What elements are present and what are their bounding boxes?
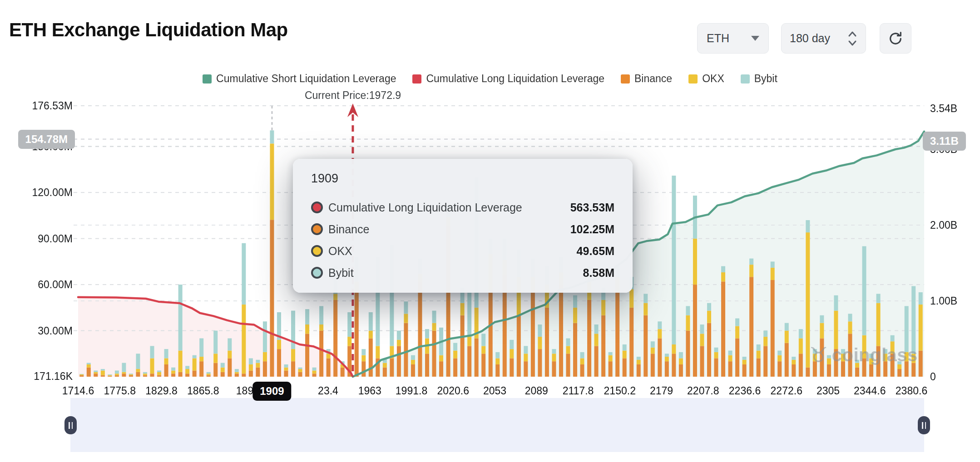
coinglass-watermark: ♉ coinglass: [809, 343, 918, 367]
tooltip-title: 1909: [311, 172, 614, 186]
left-axis-tick: 90.00M: [5, 232, 73, 245]
watermark-text: coinglass: [832, 345, 918, 365]
legend-label: Cumulative Short Liquidation Leverage: [216, 73, 396, 85]
tooltip-rows: Cumulative Long Liquidation Leverage563.…: [311, 197, 614, 284]
series-dot-icon: [311, 245, 323, 257]
x-axis-label: 1714.6: [62, 385, 94, 397]
x-axis-label: 2272.6: [771, 385, 802, 397]
right-axis-tick: 3.54B: [930, 102, 957, 114]
current-price-label: Current Price:1972.9: [305, 89, 401, 102]
left-axis-tick: 171.16K: [5, 370, 73, 383]
symbol-select-value: ETH: [707, 32, 729, 45]
chart-legend: Cumulative Short Liquidation LeverageCum…: [0, 73, 980, 85]
x-axis-label: 2305: [817, 385, 840, 397]
right-axis-tick: 2.00B: [930, 219, 957, 231]
liquidation-map-page: ETH Exchange Liquidation Map ETH 180 day…: [0, 0, 980, 462]
x-axis-label: 2089: [525, 385, 548, 397]
legend-item-3[interactable]: OKX: [688, 73, 724, 85]
legend-item-2[interactable]: Binance: [621, 73, 672, 85]
left-axis-tick: 60.00M: [5, 279, 73, 291]
legend-swatch-icon: [412, 74, 421, 84]
tooltip-series-label: Binance: [328, 223, 369, 236]
legend-label: Binance: [634, 73, 672, 85]
legend-label: OKX: [702, 73, 724, 85]
legend-swatch-icon: [741, 74, 750, 84]
stepper-up-down-icon: [847, 30, 857, 47]
x-axis-highlight-badge: 1909: [252, 382, 291, 401]
tooltip-row: Binance102.25M: [311, 218, 614, 240]
x-axis-label: 2380.6: [896, 385, 927, 397]
left-axis-badge: 154.78M: [18, 130, 75, 149]
x-axis-label: 2150.2: [604, 385, 636, 397]
datazoom-right-handle[interactable]: [918, 416, 930, 434]
tooltip-row: Bybit8.58M: [311, 262, 614, 284]
legend-swatch-icon: [688, 74, 698, 84]
legend-label: Bybit: [754, 73, 777, 85]
legend-label: Cumulative Long Liquidation Leverage: [426, 73, 604, 85]
legend-item-0[interactable]: Cumulative Short Liquidation Leverage: [203, 73, 396, 85]
x-axis-label: 23.4: [318, 385, 338, 397]
x-axis-label: 1963: [358, 385, 381, 397]
legend-item-1[interactable]: Cumulative Long Liquidation Leverage: [412, 73, 604, 85]
tooltip-series-value: 563.53M: [570, 201, 614, 214]
x-axis-label: 1829.8: [145, 385, 177, 397]
tooltip-series-label: Cumulative Long Liquidation Leverage: [328, 201, 522, 214]
x-axis-label: 2053: [483, 385, 506, 397]
page-title: ETH Exchange Liquidation Map: [9, 19, 288, 41]
left-axis-tick: 176.53M: [5, 100, 73, 112]
x-axis-label: 1775.8: [104, 385, 136, 397]
right-axis-tick: 0: [930, 371, 936, 383]
tooltip-series-label: OKX: [328, 245, 352, 258]
left-axis-tick: 30.00M: [5, 324, 73, 337]
datazoom-left-handle[interactable]: [64, 416, 77, 434]
series-dot-icon: [311, 223, 323, 235]
chevron-down-icon: [751, 36, 759, 41]
datazoom-slider[interactable]: [70, 398, 924, 452]
tooltip-series-label: Bybit: [328, 266, 354, 280]
series-dot-icon: [311, 202, 323, 213]
x-axis-label: 2117.8: [563, 385, 594, 397]
series-dot-icon: [311, 267, 323, 279]
refresh-icon: [888, 31, 903, 46]
x-axis-label: 2236.6: [729, 385, 761, 397]
x-axis-label: 1991.8: [396, 385, 427, 397]
refresh-button[interactable]: [880, 23, 911, 54]
x-axis-label: 2179: [650, 385, 673, 397]
period-stepper-value: 180 day: [790, 32, 830, 45]
x-axis-label: 1865.8: [187, 385, 219, 397]
x-axis-label: 2020.6: [437, 385, 469, 397]
right-axis-tick: 1.00B: [930, 295, 957, 307]
tooltip-row: OKX49.65M: [311, 240, 614, 262]
legend-swatch-icon: [203, 74, 212, 84]
x-axis-label: 189: [236, 385, 253, 397]
bull-logo-icon: ♉: [809, 343, 828, 367]
legend-swatch-icon: [621, 74, 630, 84]
legend-item-4[interactable]: Bybit: [741, 73, 777, 85]
right-axis-badge: 3.11B: [923, 132, 966, 151]
tooltip-series-value: 49.65M: [577, 245, 614, 258]
chart-tooltip: 1909 Cumulative Long Liquidation Leverag…: [293, 159, 633, 293]
left-axis-tick: 120.00M: [5, 187, 73, 199]
x-axis-label: 2344.6: [854, 385, 886, 397]
tooltip-series-value: 102.25M: [570, 223, 614, 236]
period-stepper[interactable]: 180 day: [781, 23, 866, 54]
x-axis-label: 2207.8: [687, 385, 719, 397]
symbol-select[interactable]: ETH: [697, 23, 769, 54]
tooltip-row: Cumulative Long Liquidation Leverage563.…: [311, 197, 614, 218]
tooltip-series-value: 8.58M: [583, 266, 614, 280]
